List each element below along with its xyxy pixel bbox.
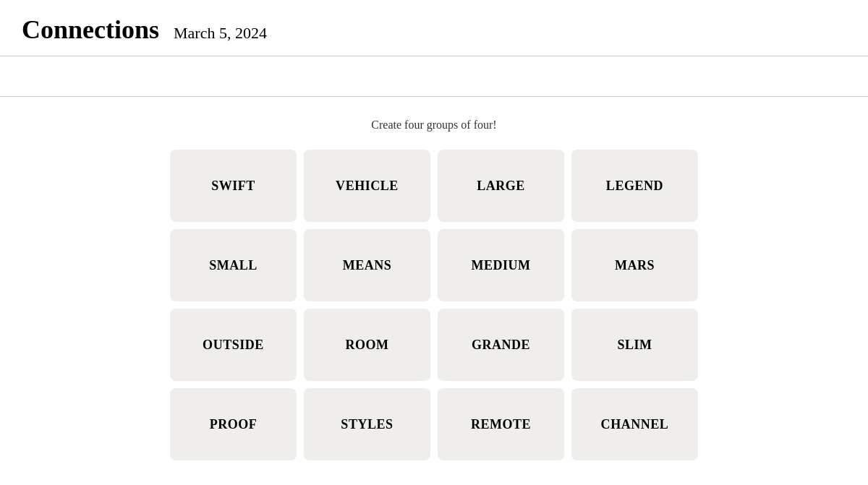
tile-label: PROOF [210, 417, 258, 432]
tile-label: ROOM [345, 338, 388, 353]
nav-area [0, 60, 868, 93]
tile[interactable]: MARS [571, 229, 698, 301]
tile[interactable]: REMOTE [438, 388, 564, 460]
tile-label: GRANDE [472, 338, 530, 353]
tile[interactable]: MEANS [304, 229, 430, 301]
subtitle: Create four groups of four! [371, 119, 496, 132]
tile-label: MEDIUM [471, 258, 530, 273]
tile-label: LEGEND [606, 179, 663, 194]
main-content: Create four groups of four! SWIFTVEHICLE… [0, 97, 868, 482]
tile-label: MEANS [343, 258, 392, 273]
tile-label: STYLES [341, 417, 393, 432]
tile-label: SWIFT [211, 179, 255, 194]
app-title: Connections [22, 14, 159, 45]
tile-label: SLIM [617, 338, 652, 353]
tile[interactable]: ROOM [304, 309, 430, 381]
tile[interactable]: MEDIUM [438, 229, 564, 301]
header: Connections March 5, 2024 [0, 0, 868, 56]
puzzle-date: March 5, 2024 [174, 24, 267, 43]
tile[interactable]: GRANDE [438, 309, 564, 381]
tile-label: MARS [615, 258, 655, 273]
tile-label: CHANNEL [601, 417, 669, 432]
tile-label: OUTSIDE [203, 338, 264, 353]
tile-label: VEHICLE [336, 179, 399, 194]
tile[interactable]: LARGE [438, 150, 564, 222]
tile[interactable]: VEHICLE [304, 150, 430, 222]
tile[interactable]: STYLES [304, 388, 430, 460]
tile[interactable]: SLIM [571, 309, 698, 381]
tile[interactable]: SMALL [170, 229, 297, 301]
tile-label: REMOTE [471, 417, 531, 432]
tile[interactable]: LEGEND [571, 150, 698, 222]
top-divider [0, 56, 868, 56]
tile[interactable]: SWIFT [170, 150, 297, 222]
tile[interactable]: OUTSIDE [170, 309, 297, 381]
tile[interactable]: PROOF [170, 388, 297, 460]
tile[interactable]: CHANNEL [571, 388, 698, 460]
tile-label: LARGE [477, 179, 525, 194]
tile-label: SMALL [209, 258, 258, 273]
tile-grid: SWIFTVEHICLELARGELEGENDSMALLMEANSMEDIUMM… [170, 150, 698, 460]
